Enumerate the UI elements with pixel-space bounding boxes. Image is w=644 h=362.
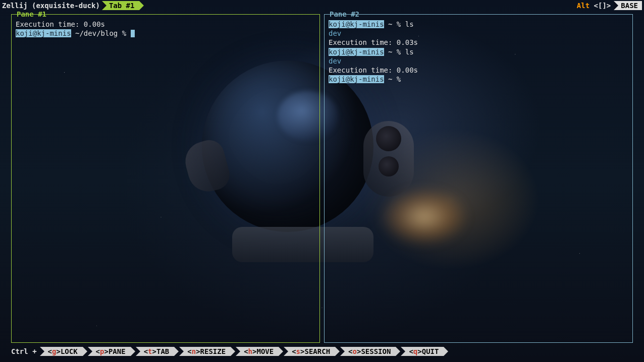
- key-quit[interactable]: <q> QUIT: [401, 347, 444, 356]
- exec-time-line: Execution time: 0.00s: [16, 20, 315, 29]
- pane-1[interactable]: Pane #1 Execution time: 0.00s koji@kj-mi…: [11, 14, 320, 343]
- cursor-icon: [131, 30, 135, 37]
- prompt-line: koji@kj-minis ~ % ls: [329, 20, 628, 29]
- pane-2-title: Pane #2: [328, 10, 361, 18]
- prompt-line[interactable]: koji@kj-minis ~/dev/blog %: [16, 29, 315, 38]
- user-host: koji@kj-minis: [329, 75, 384, 83]
- key-resize[interactable]: <n> RESIZE: [179, 347, 231, 356]
- mode-indicator: BASE: [614, 1, 642, 10]
- exec-time-line: Execution time: 0.00s: [329, 66, 628, 75]
- ctrl-label: Ctrl +: [11, 347, 40, 355]
- key-session[interactable]: <o> SESSION: [340, 347, 396, 356]
- prompt-line: koji@kj-minis ~ %: [329, 75, 628, 84]
- bottom-bar: Ctrl + <g> LOCK <p> PANE <t> TAB <n> RES…: [0, 346, 644, 357]
- panes-area: Pane #1 Execution time: 0.00s koji@kj-mi…: [0, 11, 644, 346]
- cwd-path: ~ %: [384, 75, 405, 83]
- pane-1-title: Pane #1: [15, 10, 48, 18]
- key-pane[interactable]: <p> PANE: [88, 347, 131, 356]
- session-name: Zellij (exquisite-duck): [2, 2, 102, 10]
- prompt-line: koji@kj-minis ~ % ls: [329, 47, 628, 56]
- key-lock[interactable]: <g> LOCK: [40, 347, 83, 356]
- ls-output: dev: [329, 29, 628, 38]
- user-host: koji@kj-minis: [329, 48, 384, 56]
- pane-2[interactable]: Pane #2 koji@kj-minis ~ % ls dev Executi…: [324, 14, 633, 343]
- user-host: koji@kj-minis: [16, 29, 71, 37]
- key-search[interactable]: <s> SEARCH: [284, 347, 335, 356]
- exec-time-line: Execution time: 0.03s: [329, 38, 628, 47]
- tab-1[interactable]: Tab #1: [102, 1, 140, 10]
- key-tab[interactable]: <t> TAB: [136, 347, 175, 356]
- key-move[interactable]: <h> MOVE: [236, 347, 279, 356]
- cwd-path: ~/dev/blog %: [71, 29, 131, 37]
- user-host: koji@kj-minis: [329, 20, 384, 28]
- cmd-text: ~ % ls: [384, 48, 414, 56]
- cmd-text: ~ % ls: [384, 20, 414, 28]
- top-bar: Zellij (exquisite-duck) Tab #1 Alt <[]> …: [0, 0, 644, 11]
- alt-indicator: Alt <[]>: [577, 2, 611, 10]
- ls-output: dev: [329, 56, 628, 66]
